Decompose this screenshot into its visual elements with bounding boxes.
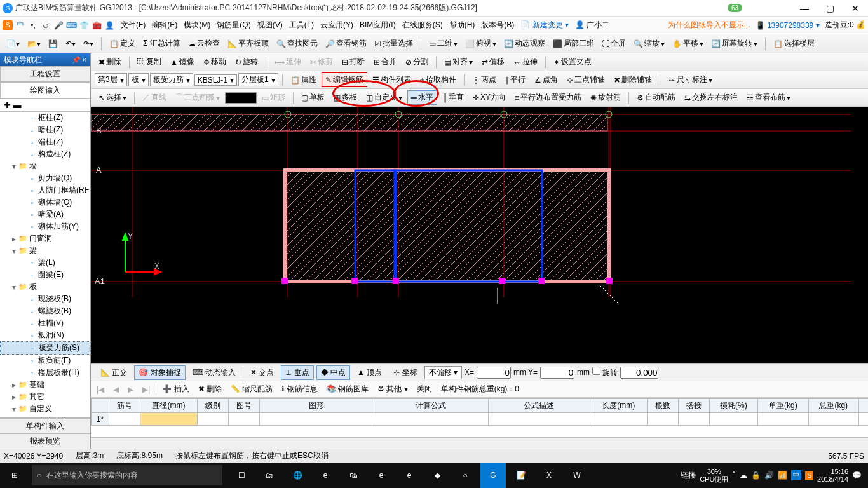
batchsel-button[interactable]: ☑ 批量选择 [372,37,416,50]
break-button[interactable]: ⊟ 打断 [338,55,369,69]
user-label[interactable]: 👤 广小二 [573,18,612,32]
ortho-toggle[interactable]: 📐 正交 [96,365,132,380]
grid-hscroll[interactable] [91,437,868,449]
menu-bim[interactable]: BIM应用(I) [357,18,398,32]
pickcomp-button[interactable]: ⌖ 拾取构件 [416,72,460,87]
tree-item[interactable]: ▫柱帽(V) [0,317,90,329]
grid-cell[interactable] [140,413,197,426]
pin-icon[interactable]: 📌 × [72,56,86,64]
tray-cloud-icon[interactable]: ☁ [740,471,747,480]
paraedge-button[interactable]: ≡ 平行边布置受力筋 [511,90,585,105]
apex-snap[interactable]: ▲ 顶点 [353,365,386,380]
taskbar-search[interactable]: ○ 在这里输入你要搜索的内容 [32,465,222,485]
grid-cell[interactable] [198,413,229,426]
minimize-button[interactable]: — [792,0,817,17]
phone-link[interactable]: 📱 13907298339 ▾ [756,21,820,30]
comp-combo[interactable]: 板 ▾ [128,73,149,86]
zoom-button[interactable]: 🔍 缩放 ▾ [631,37,667,50]
grid-cell[interactable] [488,413,590,426]
tray-link[interactable]: 链接 [681,470,696,481]
word-icon[interactable]: W [564,463,590,488]
stretch-button[interactable]: ↔ 拉伸 [510,55,541,69]
col-header[interactable]: 公式描述 [488,399,590,413]
intersect-snap[interactable]: ✕ 交点 [246,365,278,380]
grid-cell[interactable] [709,413,757,426]
col-header[interactable]: 总重(kg) [808,399,858,413]
pan-button[interactable]: ✋ 平移 ▾ [670,37,706,50]
flatten-button[interactable]: 📐 平齐板顶 [225,37,271,50]
component-tree[interactable]: ▫框柱(Z)▫暗柱(Z)▫端柱(Z)▫构造柱(Z)▾📁墙▫剪力墙(Q)▫人防门框… [0,112,90,418]
edge-icon[interactable]: e [313,463,338,488]
findgraph-button[interactable]: 🔍 查找图元 [274,37,320,50]
undo-button[interactable]: ↶▾ [63,38,78,50]
select-button[interactable]: ↖ 选择 ▾ [95,90,130,105]
grid-cell[interactable] [228,413,259,426]
horizontal-button[interactable]: ═ 水平 [407,90,437,105]
tree-item[interactable]: ▫板洞(N) [0,329,90,341]
mirror-button[interactable]: ▲ 镜像 [166,55,198,69]
tree-item[interactable]: ▫人防门框墙(RF [0,184,90,196]
xy-button[interactable]: ✛ XY方向 [469,90,510,105]
menu-version[interactable]: 版本号(B) [478,18,517,32]
ime-toolbox-icon[interactable]: 🧰 [92,20,102,30]
ime-keyboard-icon[interactable]: ⌨ [66,20,76,30]
grid-cell[interactable] [259,413,374,426]
multi-board-button[interactable]: ▦ 多板 [330,90,361,105]
grid-cell[interactable] [758,413,808,426]
tree-item[interactable]: ▸📁其它 [0,391,90,403]
report-preview-button[interactable]: 报表预览 [0,433,90,449]
cloudcheck-button[interactable]: ☁ 云检查 [186,37,222,50]
browser1-icon[interactable]: 🌐 [285,463,310,488]
tree-item[interactable]: ▾📁墙 [0,160,90,172]
selfloor-button[interactable]: 📋 选择楼层 [771,37,817,50]
tray-sogou[interactable]: S [805,471,813,480]
tab-project-settings[interactable]: 工程设置 [0,66,90,82]
sumcalc-button[interactable]: Σ 汇总计算 [140,37,183,50]
tray-lock-icon[interactable]: 🔒 [751,471,761,480]
tray-clock[interactable]: 15:162018/4/14 [817,468,848,483]
taskview-icon[interactable]: ☐ [229,463,254,488]
ptang-button[interactable]: ∠ 点角 [531,72,562,87]
tab-draw-input[interactable]: 绘图输入 [0,83,90,98]
tree-item[interactable]: ▫现浇板(B) [0,293,90,305]
fullscreen-button[interactable]: ⛶ 全屏 [599,37,628,50]
col-header[interactable]: 钢筋归类 [858,399,868,413]
redo-button[interactable]: ↷▾ [81,38,96,50]
complist-button[interactable]: ☰ 构件列表 [369,72,415,87]
delaux-button[interactable]: ✖ 删除辅轴 [610,72,656,87]
tree-item[interactable]: ▸📁基础 [0,379,90,391]
menu-view[interactable]: 视图(V) [255,18,285,32]
twopt-button[interactable]: ⋮ 两点 [468,72,500,87]
notes-icon[interactable]: 📝 [508,463,534,488]
col-header[interactable]: 计算公式 [374,399,488,413]
col-header[interactable]: 图号 [228,399,259,413]
close-grid-button[interactable]: 关闭 [414,383,435,396]
ggj-icon[interactable]: G [480,463,506,488]
col-header[interactable]: 筋号 [109,399,140,413]
y-input[interactable] [540,367,574,379]
radial-button[interactable]: ✺ 放射筋 [587,90,625,105]
objsnap-toggle[interactable]: 🎯 对象捕捉 [134,365,185,380]
offset-button[interactable]: ⇄ 偏移 [478,55,508,69]
sidebar-mini-toolbar[interactable]: ✚ ▬ [0,99,90,112]
tree-item[interactable]: ▸📁门窗洞 [0,233,90,245]
tree-item[interactable]: ▫砌体加筋(Y) [0,220,90,233]
tree-item[interactable]: ▫暗柱(Z) [0,124,90,136]
dimlbl-button[interactable]: ↔ 尺寸标注 ▾ [664,72,716,87]
align-button[interactable]: ▤ 对齐 ▾ [440,55,477,69]
split-button[interactable]: ⊘ 分割 [402,55,432,69]
tray-up-icon[interactable]: ˄ [732,471,736,480]
delete-row-button[interactable]: ✖ 删除 [195,383,225,396]
col-header[interactable]: 长度(mm) [590,399,647,413]
setclip-button[interactable]: ✦ 设置夹点 [550,55,595,69]
parallel-button[interactable]: ∥ 平行 [501,72,529,87]
ime-mic-icon[interactable]: 🎤 [53,20,64,30]
grid-cell[interactable] [590,413,647,426]
move-button[interactable]: ✥ 移动 [200,55,230,69]
tree-item[interactable]: ▫剪力墙(Q) [0,172,90,184]
store-icon[interactable]: 🛍 [341,463,366,488]
tray-actioncenter-icon[interactable]: 💬 [852,471,862,480]
open-button[interactable]: 📂▾ [25,38,43,50]
ie-icon[interactable]: e [397,463,422,488]
col-header[interactable] [92,399,109,413]
